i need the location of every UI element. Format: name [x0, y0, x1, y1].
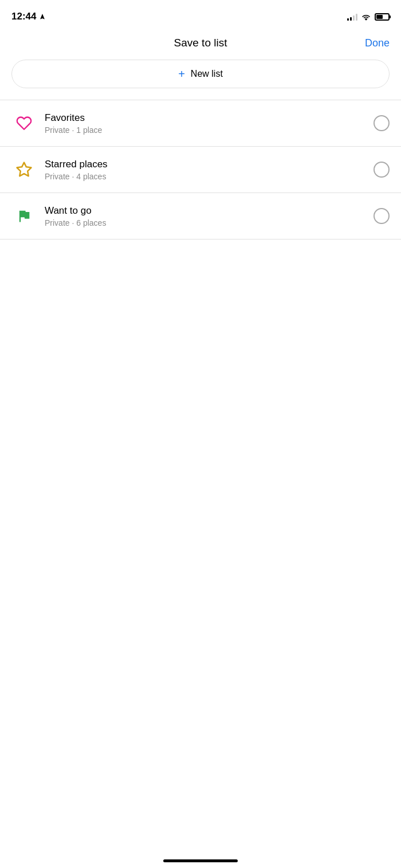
starred-text: Starred places Private · 4 places [45, 159, 374, 181]
done-button[interactable]: Done [365, 37, 390, 49]
status-icons [347, 13, 390, 21]
new-list-container: + New list [0, 60, 401, 100]
want-to-go-radio[interactable] [374, 208, 390, 224]
favorites-icon-container [11, 111, 37, 136]
plus-icon: + [178, 68, 185, 80]
wifi-icon [361, 13, 371, 21]
battery-icon [375, 13, 390, 21]
starred-radio[interactable] [374, 162, 390, 178]
want-to-go-icon-container [11, 203, 37, 229]
want-to-go-name: Want to go [45, 205, 374, 217]
want-to-go-text: Want to go Private · 6 places [45, 205, 374, 227]
favorites-radio[interactable] [374, 115, 390, 131]
home-indicator [163, 859, 238, 862]
status-time: 12:44 [11, 11, 46, 22]
status-bar: 12:44 [0, 0, 401, 31]
flag-icon [16, 208, 32, 224]
starred-meta: Private · 4 places [45, 172, 374, 181]
starred-name: Starred places [45, 159, 374, 170]
want-to-go-meta: Private · 6 places [45, 218, 374, 227]
divider-3 [0, 239, 401, 239]
svg-marker-0 [17, 163, 32, 176]
signal-bars-icon [347, 13, 357, 21]
list-item-favorites[interactable]: Favorites Private · 1 place [0, 100, 401, 146]
star-icon [15, 161, 33, 178]
favorites-meta: Private · 1 place [45, 125, 374, 135]
header: Save to list Done [0, 31, 401, 60]
location-arrow-icon [39, 13, 46, 20]
heart-icon [15, 115, 33, 131]
page-title: Save to list [174, 37, 227, 49]
list-item-want-to-go[interactable]: Want to go Private · 6 places [0, 193, 401, 239]
time-display: 12:44 [11, 11, 36, 22]
new-list-button[interactable]: + New list [11, 60, 390, 88]
favorites-text: Favorites Private · 1 place [45, 112, 374, 135]
starred-icon-container [11, 157, 37, 182]
list-item-starred[interactable]: Starred places Private · 4 places [0, 147, 401, 193]
new-list-label: New list [191, 69, 223, 79]
favorites-name: Favorites [45, 112, 374, 124]
